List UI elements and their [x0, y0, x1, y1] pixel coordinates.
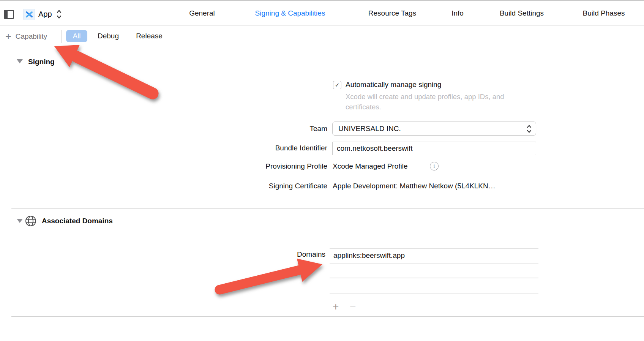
signing-certificate-value: Apple Development: Matthew Netkow (5L4KL…	[333, 182, 496, 191]
capability-filter-bar: + Capability All Debug Release	[0, 26, 644, 47]
associated-domains-disclosure-triangle[interactable]	[17, 219, 23, 223]
tab-signing-capabilities[interactable]: Signing & Capabilities	[255, 1, 325, 25]
section-divider	[11, 208, 644, 209]
bundle-identifier-value: com.netkosoft.beerswift	[337, 144, 413, 153]
auto-manage-signing-description: Xcode will create and update profiles, a…	[346, 92, 528, 112]
tab-build-settings[interactable]: Build Settings	[500, 1, 544, 25]
add-capability-label: Capability	[16, 32, 47, 41]
add-capability-button[interactable]: + Capability	[5, 26, 47, 47]
team-stepper-icon	[526, 124, 532, 134]
project-editor-toolbar: App General Signing & Capabilities Resou…	[0, 0, 644, 25]
xcode-project-icon[interactable]	[23, 9, 35, 20]
associated-domains-section-title: Associated Domains	[42, 216, 113, 226]
globe-icon	[25, 215, 37, 227]
domain-entry[interactable]: applinks:beerswift.app	[333, 251, 405, 260]
add-domain-button[interactable]: +	[333, 302, 339, 312]
team-value: UNIVERSALD INC.	[338, 125, 401, 133]
domains-table-border	[330, 293, 538, 294]
tab-general[interactable]: General	[189, 1, 215, 25]
team-select[interactable]: UNIVERSALD INC.	[332, 122, 536, 136]
auto-manage-signing-label: Automatically manage signing	[346, 80, 441, 90]
tab-build-phases[interactable]: Build Phases	[583, 1, 625, 25]
domains-annotation-arrow	[219, 259, 322, 290]
domains-table-border	[330, 278, 538, 278]
signing-certificate-label: Signing Certificate	[269, 182, 327, 191]
segment-all[interactable]: All	[66, 30, 87, 42]
checkmark-icon: ✓	[335, 82, 340, 88]
segment-debug[interactable]: Debug	[94, 30, 123, 42]
provisioning-profile-value: Xcode Managed Profile	[333, 162, 408, 171]
team-label: Team	[310, 124, 327, 133]
domains-table-border	[330, 263, 538, 264]
plus-icon: +	[5, 33, 11, 40]
domains-label: Domains	[297, 250, 325, 259]
info-glyph: i	[434, 163, 435, 169]
signing-disclosure-triangle[interactable]	[17, 59, 23, 63]
section-divider	[11, 316, 644, 317]
bundle-identifier-label: Bundle Identifier	[275, 144, 327, 153]
auto-manage-signing-checkbox[interactable]: ✓	[333, 81, 341, 89]
xcode-signing-capabilities-pane: { "colors": { "accent_blue": "#147bfa", …	[0, 0, 644, 341]
segment-release[interactable]: Release	[133, 30, 166, 42]
tab-info[interactable]: Info	[451, 1, 464, 25]
capability-annotation-arrow	[54, 45, 153, 93]
sidebar-toggle-icon[interactable]	[4, 10, 14, 19]
domains-table-border	[330, 248, 538, 249]
toolbar-divider	[61, 30, 62, 43]
remove-domain-button[interactable]: −	[350, 302, 356, 312]
bundle-identifier-field[interactable]: com.netkosoft.beerswift	[332, 142, 536, 155]
signing-section-title: Signing	[28, 57, 55, 67]
info-icon[interactable]: i	[430, 162, 439, 170]
tab-resource-tags[interactable]: Resource Tags	[368, 1, 416, 25]
project-name[interactable]: App	[38, 9, 52, 19]
project-selector-stepper-icon[interactable]	[56, 9, 62, 19]
provisioning-profile-label: Provisioning Profile	[265, 162, 327, 171]
